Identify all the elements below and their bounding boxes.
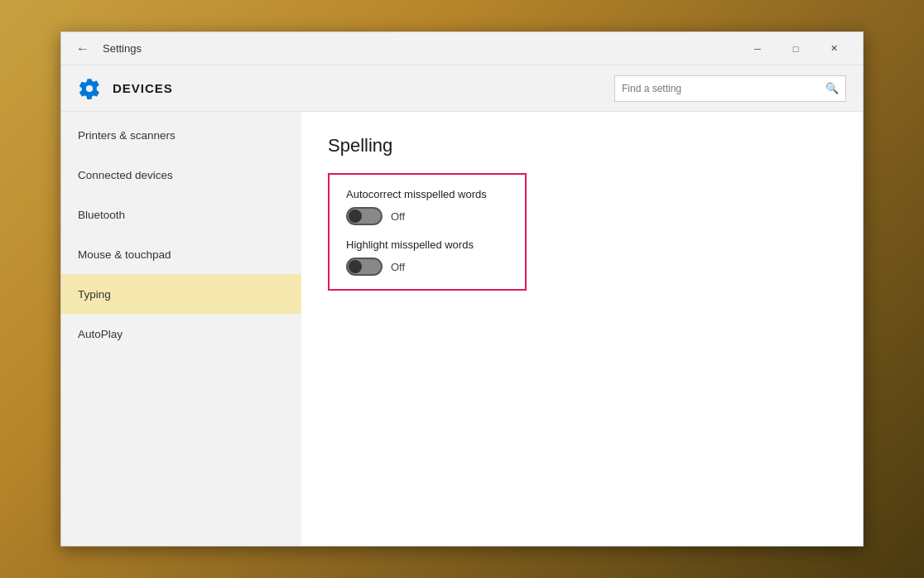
sidebar-item-connected-devices[interactable]: Connected devices xyxy=(61,155,301,195)
gear-icon xyxy=(78,77,101,100)
search-icon: 🔍 xyxy=(825,82,839,94)
sidebar-item-autoplay[interactable]: AutoPlay xyxy=(61,314,301,354)
sidebar-item-typing[interactable]: Typing xyxy=(61,274,301,314)
spelling-box: Autocorrect misspelled words Off Highlig… xyxy=(328,173,527,291)
highlight-value: Off xyxy=(391,261,405,273)
highlight-knob xyxy=(349,260,362,273)
main-content: Spelling Autocorrect misspelled words Of… xyxy=(301,112,863,546)
highlight-label: Highlight misspelled words xyxy=(346,238,508,251)
highlight-row: Highlight misspelled words Off xyxy=(346,238,508,276)
autocorrect-row: Autocorrect misspelled words Off xyxy=(346,188,508,225)
window-title: Settings xyxy=(103,42,142,55)
section-title: Spelling xyxy=(328,135,836,157)
content-area: Printers & scanners Connected devices Bl… xyxy=(61,112,863,546)
autocorrect-knob xyxy=(349,210,362,223)
search-box[interactable]: 🔍 xyxy=(614,75,846,102)
title-bar: ← Settings ─ □ ✕ xyxy=(61,32,863,65)
maximize-button[interactable]: □ xyxy=(777,32,815,65)
autocorrect-control: Off xyxy=(346,207,508,225)
sidebar-item-printers[interactable]: Printers & scanners xyxy=(61,115,301,155)
title-bar-left: ← Settings xyxy=(71,37,739,60)
back-button[interactable]: ← xyxy=(71,37,94,60)
search-input[interactable] xyxy=(622,83,825,94)
sidebar-item-mouse[interactable]: Mouse & touchpad xyxy=(61,234,301,274)
sidebar: Printers & scanners Connected devices Bl… xyxy=(61,112,301,546)
autocorrect-toggle[interactable] xyxy=(346,207,383,225)
autocorrect-value: Off xyxy=(391,210,405,223)
settings-window: ← Settings ─ □ ✕ DEVICES 🔍 Printers & sc… xyxy=(60,31,864,547)
app-title: DEVICES xyxy=(113,81,603,95)
close-button[interactable]: ✕ xyxy=(815,32,853,65)
highlight-control: Off xyxy=(346,258,508,276)
minimize-button[interactable]: ─ xyxy=(739,32,777,65)
header-bar: DEVICES 🔍 xyxy=(61,65,863,112)
autocorrect-label: Autocorrect misspelled words xyxy=(346,188,508,200)
highlight-toggle[interactable] xyxy=(346,258,383,276)
sidebar-item-bluetooth[interactable]: Bluetooth xyxy=(61,195,301,234)
window-controls: ─ □ ✕ xyxy=(739,32,853,65)
